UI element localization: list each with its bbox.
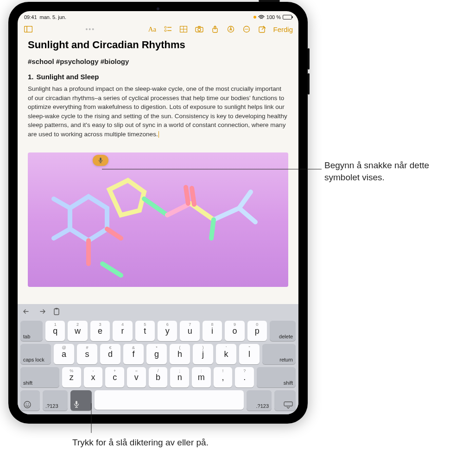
key-i[interactable]: 8i: [203, 321, 222, 341]
volume-up-button[interactable]: [308, 48, 310, 70]
checklist-icon[interactable]: [162, 23, 174, 35]
key-l[interactable]: "l: [239, 344, 260, 364]
key-g[interactable]: *g: [146, 344, 167, 364]
key-tab[interactable]: tab: [20, 321, 43, 341]
note-paragraph: Sunlight has a profound impact on the sl…: [28, 84, 288, 139]
svg-marker-21: [70, 197, 107, 241]
ipad-device-frame: 09:41 man. 5. jun. 100 % ••• Aa: [8, 2, 308, 424]
note-attached-image[interactable]: [28, 152, 288, 287]
undo-icon[interactable]: [22, 307, 32, 316]
key-s[interactable]: #s: [77, 344, 97, 364]
clipboard-icon[interactable]: [52, 307, 61, 316]
svg-point-40: [24, 401, 31, 408]
key-k[interactable]: 'k: [216, 344, 236, 364]
svg-line-30: [192, 188, 194, 204]
key-o[interactable]: 9o: [225, 321, 244, 341]
wifi-icon: [258, 15, 265, 19]
key-y[interactable]: 6y: [158, 321, 177, 341]
volume-down-button[interactable]: [308, 73, 310, 95]
svg-line-33: [102, 264, 121, 275]
table-icon[interactable]: [177, 23, 190, 35]
key-e[interactable]: 3e: [90, 321, 110, 341]
battery-icon: [283, 15, 292, 19]
svg-rect-37: [100, 158, 101, 161]
key-b[interactable]: /b: [149, 367, 168, 387]
svg-line-31: [211, 220, 214, 238]
key-numsym-right[interactable]: .?123: [247, 390, 272, 411]
callout-dictation-toggle: Trykk for å slå diktering av eller på.: [72, 437, 211, 449]
front-camera: [157, 7, 159, 10]
text-format-icon[interactable]: Aa: [146, 23, 158, 35]
key-space[interactable]: [95, 390, 244, 410]
key-v[interactable]: =v: [127, 367, 146, 387]
key-d[interactable]: €d: [100, 344, 120, 364]
svg-line-36: [107, 229, 121, 238]
key-h[interactable]: (h: [170, 344, 190, 364]
key-c[interactable]: +c: [105, 367, 124, 387]
key-return[interactable]: return: [262, 344, 296, 364]
svg-point-41: [26, 404, 27, 405]
heading-text: Sunlight and Sleep: [37, 73, 99, 81]
svg-point-16: [247, 29, 247, 30]
sidebar-toggle-icon[interactable]: [22, 23, 34, 35]
key-z[interactable]: %z: [62, 367, 81, 387]
key-numsym-left[interactable]: .?123: [43, 390, 68, 411]
svg-rect-43: [76, 401, 77, 405]
svg-point-42: [28, 404, 29, 405]
key-a[interactable]: @a: [54, 344, 74, 364]
svg-line-26: [214, 208, 239, 220]
key-q[interactable]: 1q: [45, 321, 65, 341]
heading-number: 1.: [28, 73, 34, 81]
power-button[interactable]: [259, 0, 280, 2]
key-t[interactable]: 5t: [135, 321, 155, 341]
svg-point-15: [245, 29, 246, 30]
key-delete[interactable]: delete: [270, 321, 296, 341]
key-m[interactable]: :m: [192, 367, 211, 387]
svg-line-23: [144, 199, 167, 215]
svg-point-2: [165, 26, 166, 28]
compose-icon[interactable]: [256, 23, 268, 35]
svg-line-29: [186, 187, 188, 203]
emoji-icon: [23, 400, 32, 409]
svg-line-35: [54, 229, 70, 238]
svg-line-27: [239, 208, 255, 222]
camera-icon[interactable]: [193, 23, 205, 35]
status-time: 09:41: [24, 14, 37, 20]
screen: 09:41 man. 5. jun. 100 % ••• Aa: [18, 11, 298, 414]
key-hide-keyboard[interactable]: [274, 390, 296, 411]
key-x[interactable]: -x: [84, 367, 103, 387]
status-date: man. 5. jun.: [40, 14, 66, 20]
window-handle-icon[interactable]: •••: [38, 25, 142, 33]
key-w[interactable]: 2w: [68, 321, 87, 341]
markup-icon[interactable]: [225, 23, 237, 35]
done-button[interactable]: Ferdig: [272, 25, 294, 33]
key-.[interactable]: ?.: [235, 367, 254, 387]
svg-line-28: [239, 192, 251, 208]
key-u[interactable]: 7u: [180, 321, 199, 341]
hide-keyboard-icon: [284, 401, 293, 409]
redo-icon[interactable]: [37, 307, 46, 316]
svg-rect-44: [284, 402, 292, 406]
callout-dictation-indicator: Begynn å snakke når dette symbolet vises…: [324, 159, 450, 183]
key-r[interactable]: 4r: [113, 321, 132, 341]
note-body-area[interactable]: Sunlight and Circadian Rhythms #school #…: [18, 39, 298, 304]
share-icon[interactable]: [209, 23, 221, 35]
battery-percent: 100 %: [266, 14, 281, 20]
more-icon[interactable]: [241, 23, 253, 35]
key-dictation[interactable]: [70, 390, 92, 411]
key-shift-right[interactable]: shift: [257, 367, 296, 387]
key-p[interactable]: 0p: [247, 321, 267, 341]
key-emoji[interactable]: [20, 390, 40, 411]
notes-toolbar: ••• Aa Ferdig: [18, 21, 298, 39]
key-f[interactable]: &f: [123, 344, 144, 364]
dictation-indicator-icon: [93, 155, 108, 166]
onscreen-keyboard: tab1q2w3e4r5t6y7u8i9o0pdelete caps lock@…: [18, 319, 298, 414]
svg-marker-22: [109, 180, 144, 215]
svg-line-34: [54, 199, 70, 208]
note-section-heading: 1. Sunlight and Sleep: [28, 73, 288, 81]
key-capslock[interactable]: caps lock: [20, 344, 51, 364]
key-shift-left[interactable]: shift: [20, 367, 59, 387]
key-j[interactable]: )j: [193, 344, 213, 364]
key-,[interactable]: !,: [214, 367, 233, 387]
key-n[interactable]: ;n: [170, 367, 189, 387]
